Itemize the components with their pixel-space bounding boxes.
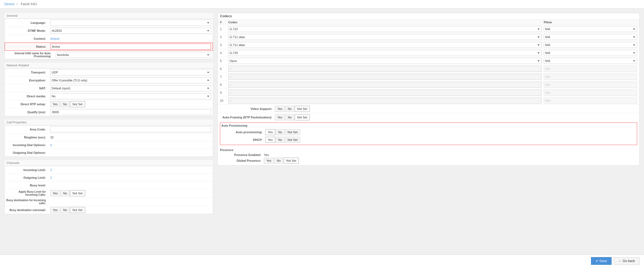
codec-row-8: 8 -- N/A	[218, 81, 639, 89]
apply-busy-notset-btn[interactable]: Not Set	[70, 190, 85, 196]
transport-row: Transport: UDP	[5, 69, 213, 76]
outgoing-limit-text: 2	[50, 176, 52, 179]
codec-ptime-wrap-1: N/A	[544, 26, 637, 32]
incoming-dial-link[interactable]: tr	[50, 143, 52, 147]
apply-busy-no-btn[interactable]: No	[61, 190, 69, 196]
dhcp-no-btn[interactable]: No	[276, 137, 285, 143]
ringtime-text: 32	[50, 136, 54, 139]
busy-level-value	[49, 184, 213, 186]
ap-yes-btn[interactable]: Yes	[265, 129, 275, 135]
codec-ptime-select-2[interactable]: N/A	[544, 34, 637, 40]
nat-value: Default (rport)	[49, 84, 213, 92]
codec-select-9[interactable]: --	[228, 90, 542, 96]
codec-ptime-select-7[interactable]: N/A	[544, 74, 637, 80]
uad-row: Internal UAD name for Auto-Provisioning:…	[5, 51, 213, 59]
outgoing-limit-value: 2	[49, 175, 213, 180]
codec-ptime-select-3[interactable]: N/A	[544, 42, 637, 48]
codec-num-1: 1	[220, 27, 228, 31]
general-section: Language: DTMF Mode: rfc2833 Context:	[4, 19, 213, 59]
video-no-btn[interactable]: No	[285, 106, 294, 112]
gp-no-btn[interactable]: No	[274, 158, 283, 164]
status-select[interactable]: Active	[51, 44, 211, 50]
video-notset-btn[interactable]: Not Set	[295, 106, 310, 112]
apply-busy-label: Apply Busy Level for Incoming Calls:	[5, 189, 49, 197]
area-code-input[interactable]	[50, 126, 211, 132]
gp-yes-btn[interactable]: Yes	[264, 158, 274, 164]
uad-label: Internal UAD name for Auto-Provisioning:	[5, 51, 54, 59]
apply-busy-yes-btn[interactable]: Yes	[50, 190, 60, 196]
uad-select[interactable]: fanvilx4u	[56, 52, 211, 58]
go-back-button[interactable]: ← Go back	[614, 257, 640, 265]
codec-row-6: 6 -- N/A	[218, 65, 639, 73]
codec-num-6: 6	[220, 67, 228, 70]
direct-media-select[interactable]: No	[50, 93, 211, 99]
busy-vm-notset-btn[interactable]: Not Set	[70, 207, 85, 213]
direct-rtp-notset-btn[interactable]: Not Set	[70, 101, 85, 107]
channels-section: Incoming Limit: 2 Outgoing Limit: 2 Busy…	[4, 166, 213, 214]
status-row: Status: Active	[5, 42, 213, 51]
codec-ptime-select-1[interactable]: N/A	[544, 26, 637, 32]
busy-vm-yes-btn[interactable]: Yes	[50, 207, 60, 213]
codec-select-6[interactable]: --	[228, 66, 542, 72]
af-notset-btn[interactable]: Not Set	[295, 114, 310, 120]
qualify-input[interactable]	[50, 109, 211, 115]
codec-select-8[interactable]: --	[228, 82, 542, 88]
codec-ptime-select-5[interactable]: N/A	[544, 58, 637, 64]
busy-level-label: Busy level:	[5, 183, 49, 188]
gp-notset-btn[interactable]: Not Set	[284, 158, 299, 164]
codec-num-7: 7	[220, 75, 228, 78]
encryption-select[interactable]: Offer if possible (TLS only)	[50, 77, 211, 83]
busy-vm-btngroup: Yes No Not Set	[50, 207, 211, 213]
context-label: Context:	[5, 36, 49, 41]
qualify-value	[49, 108, 213, 116]
af-yes-btn[interactable]: Yes	[275, 114, 285, 120]
direct-rtp-value: Yes No Not Set	[49, 100, 213, 108]
language-row: Language:	[5, 19, 213, 27]
dhcp-notset-btn[interactable]: Not Set	[285, 137, 300, 143]
uad-value: fanvilx4u	[54, 51, 213, 59]
breadcrumb-device-link[interactable]: Device	[4, 2, 15, 6]
outgoing-dial-row: Outgoing Dial Options:	[5, 149, 213, 157]
codec-select-10[interactable]: --	[228, 98, 542, 104]
video-yes-btn[interactable]: Yes	[275, 106, 285, 112]
direct-rtp-no-btn[interactable]: No	[61, 101, 69, 107]
apply-busy-value: Yes No Not Set	[49, 189, 213, 197]
left-panel: General Language: DTMF Mode: rfc2833	[4, 13, 213, 260]
busy-vm-row: Busy destination voicemail: Yes No Not S…	[5, 206, 213, 214]
status-value: Active	[49, 43, 213, 50]
codec-select-4[interactable]: G.729	[228, 50, 542, 56]
save-button[interactable]: ✔ Save	[591, 257, 612, 265]
ap-notset-btn[interactable]: Not Set	[285, 129, 300, 135]
codec-ptime-select-9[interactable]: N/A	[544, 90, 637, 96]
auto-framing-row: Auto-Framing (RTP Packetization): Yes No…	[218, 113, 639, 121]
presence-section: Presence Presence Enabled: Yes Global Pr…	[218, 146, 639, 165]
language-select[interactable]	[50, 20, 211, 26]
save-label: Save	[600, 259, 607, 263]
area-code-label: Area Code:	[5, 127, 49, 132]
codec-ptime-select-6[interactable]: N/A	[544, 66, 637, 72]
codec-select-7[interactable]: --	[228, 74, 542, 80]
codec-select-5[interactable]: Opus	[228, 58, 542, 64]
codec-select-3[interactable]: G.711 alaw	[228, 42, 542, 48]
nat-select[interactable]: Default (rport)	[50, 85, 211, 91]
direct-media-row: Direct media: No	[5, 92, 213, 100]
codec-ptime-select-8[interactable]: N/A	[544, 82, 637, 88]
busy-vm-no-btn[interactable]: No	[61, 207, 69, 213]
auto-prov-label: Auto provisioning:	[221, 130, 265, 134]
codec-ptime-select-4[interactable]: N/A	[544, 50, 637, 56]
presence-enabled-value: Yes	[264, 153, 269, 157]
context-link[interactable]: default	[50, 37, 59, 40]
codec-select-1[interactable]: G.722	[228, 26, 542, 32]
dtmf-select[interactable]: rfc2833	[50, 28, 211, 34]
af-no-btn[interactable]: No	[285, 114, 294, 120]
nat-row: NAT: Default (rport)	[5, 84, 213, 92]
language-label: Language:	[5, 20, 49, 25]
dhcp-yes-btn[interactable]: Yes	[265, 137, 275, 143]
ap-no-btn[interactable]: No	[276, 129, 285, 135]
general-section-header: General	[4, 13, 213, 19]
direct-rtp-yes-btn[interactable]: Yes	[50, 101, 60, 107]
auto-prov-box: Auto Provisioning Auto provisioning: Yes…	[220, 123, 637, 145]
codec-select-2[interactable]: G.711 ulaw	[228, 34, 542, 40]
transport-select[interactable]: UDP	[50, 69, 211, 75]
codec-ptime-select-10[interactable]: N/A	[544, 98, 637, 104]
